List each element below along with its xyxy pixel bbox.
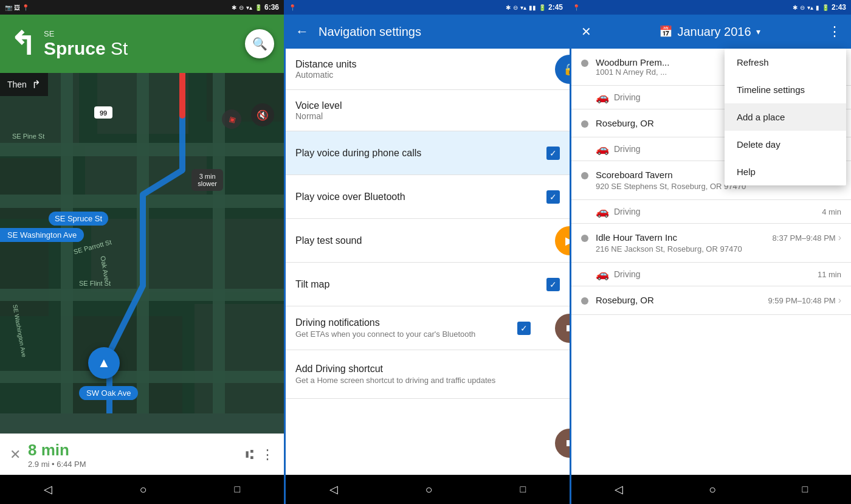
- settings-header: ← Navigation settings: [286, 15, 570, 49]
- settings-home-button[interactable]: ○: [426, 483, 433, 497]
- settings-bottom-nav: ◁ ○ □: [286, 475, 570, 504]
- eta-details: 2.9 mi • 6:44 PM: [28, 460, 238, 469]
- calendar-menu-button[interactable]: ⋮: [828, 24, 841, 40]
- driving-notifications-text: Driving notifications Get ETAs when you …: [295, 317, 517, 339]
- search-icon: 🔍: [252, 36, 267, 51]
- driving-duration-4: 11 min: [818, 270, 841, 279]
- roseburg2-name: Roseburg, OR: [596, 295, 654, 305]
- mute-button[interactable]: 🔇: [251, 103, 274, 126]
- settings-back-button[interactable]: ◁: [329, 483, 338, 496]
- map-svg: 99: [0, 73, 284, 413]
- maps-bottom-bar: ✕ 8 min 2.9 mi • 6:44 PM ⑆ ⋮: [0, 433, 284, 475]
- car-icon-4: 🚗: [596, 268, 609, 281]
- driving-notifications-checkbox[interactable]: ✓: [517, 322, 531, 335]
- settings-dnd-icon: ⊖: [513, 4, 518, 11]
- map-canvas: 99 Then ↱ 🔇 SE Spruce St SE Washington A…: [0, 73, 284, 433]
- settings-signal-icon: ▮▮: [529, 4, 536, 11]
- distance-units-avatar: 🔒: [555, 55, 570, 84]
- maps-panel: ↰ SE Spruce St 🔍: [0, 15, 284, 504]
- home-button[interactable]: ○: [140, 483, 147, 497]
- driving-label-1: Driving: [614, 92, 641, 102]
- settings-list: Distance units Automatic 🔒 Voice level N…: [286, 49, 570, 475]
- calendar-title-area: 📅 January 2016 ▾: [659, 25, 760, 39]
- tilt-map-item[interactable]: Tilt map ✓: [286, 263, 570, 306]
- timeline-dot-scoreboard: [581, 172, 588, 179]
- menu-item-help[interactable]: Help: [725, 158, 846, 185]
- svg-rect-6: [0, 231, 49, 316]
- location-arrow-icon: ▲: [97, 355, 111, 371]
- menu-item-delete-day[interactable]: Delete day: [725, 131, 846, 158]
- timeline-item-idlehour[interactable]: Idle Hour Tavern Inc 8:37 PM–9:48 PM › 2…: [571, 224, 851, 263]
- timeline-dot-roseburg2: [581, 297, 588, 305]
- more-options-button[interactable]: ⋮: [261, 447, 274, 463]
- calendar-icon: 📅: [659, 25, 672, 38]
- bt-icon: ✱: [232, 4, 236, 11]
- distance-units-label: Distance units: [295, 59, 357, 70]
- settings-time: 2:45: [548, 3, 563, 12]
- idlehour-name: Idle Hour Tavern Inc: [596, 232, 677, 243]
- roseburg2-chevron: ›: [838, 295, 841, 306]
- maps-bottom-nav: ◁ ○ □: [0, 475, 284, 504]
- pine-st-label: SE Pine St: [12, 133, 44, 140]
- play-voice-bluetooth-checkbox[interactable]: ✓: [546, 190, 560, 204]
- distance-units-item[interactable]: Distance units Automatic 🔒: [286, 49, 570, 90]
- voice-level-item[interactable]: Voice level Normal: [286, 90, 570, 131]
- maps-search-button[interactable]: 🔍: [245, 29, 274, 58]
- back-button[interactable]: ◁: [44, 483, 52, 496]
- calendar-dropdown-menu: Refresh Timeline settings Add a place De…: [725, 49, 846, 185]
- cal-bt-icon: ✱: [793, 4, 798, 11]
- street-prefix: SE: [44, 29, 128, 38]
- close-x-button[interactable]: ✕: [581, 24, 591, 39]
- scoreboard-name: Scoreboard Tavern: [596, 170, 672, 180]
- tilt-map-checkbox[interactable]: ✓: [546, 278, 560, 291]
- cal-time: 2:43: [832, 3, 846, 12]
- status-bar-settings: 📍 ✱ ⊖ ▾▴ ▮▮ 🔋 2:45: [284, 0, 568, 15]
- settings-loc-icon: 📍: [289, 4, 296, 11]
- menu-item-refresh[interactable]: Refresh: [725, 49, 846, 76]
- driving-label-2: Driving: [614, 144, 641, 154]
- route-options-icon[interactable]: ⑆: [246, 447, 253, 463]
- washington-label: SE Washington Ave: [0, 228, 84, 242]
- recent-button[interactable]: □: [234, 484, 240, 495]
- settings-wifi-icon: ▾▴: [520, 4, 526, 11]
- driving-notifications-label: Driving notifications: [295, 317, 510, 328]
- timeline-item-roseburg2[interactable]: Roseburg, OR 9:59 PM–10:48 PM ›: [571, 286, 851, 315]
- settings-recent-button[interactable]: □: [520, 484, 526, 495]
- close-nav-button[interactable]: ✕: [10, 447, 21, 463]
- play-voice-bluetooth-item[interactable]: Play voice over Bluetooth ✓: [286, 175, 570, 219]
- cal-back-button[interactable]: ◁: [615, 483, 623, 496]
- back-arrow-button[interactable]: ←: [295, 24, 309, 40]
- calendar-panel: ✕ 📅 January 2016 ▾ ⋮ Refresh Timeline se…: [571, 15, 851, 504]
- cal-home-button[interactable]: ○: [709, 483, 716, 497]
- driving-row-4: 🚗 Driving 11 min: [571, 263, 851, 286]
- timeline-content-idlehour: Idle Hour Tavern Inc 8:37 PM–9:48 PM › 2…: [596, 232, 841, 254]
- play-voice-phone-item[interactable]: Play voice during phone calls ✓: [286, 131, 570, 175]
- maps-status-icons: 📷 🖼 📍: [5, 4, 29, 11]
- add-driving-shortcut-item[interactable]: Add Driving shortcut Get a Home screen s…: [286, 350, 570, 399]
- compass-icon: ◈: [222, 109, 241, 129]
- calendar-bottom-nav: ◁ ○ □: [571, 475, 851, 504]
- play-test-sound-item[interactable]: Play test sound ▶: [286, 219, 570, 263]
- street-info: SE Spruce St: [44, 29, 128, 58]
- svg-rect-7: [91, 219, 284, 292]
- menu-item-add-place[interactable]: Add a place: [725, 103, 846, 131]
- cal-recent-button[interactable]: □: [802, 484, 808, 495]
- voice-level-label: Voice level: [295, 100, 342, 111]
- driving-notifications-item[interactable]: Driving notifications Get ETAs when you …: [286, 306, 570, 350]
- idlehour-address: 216 NE Jackson St, Roseburg, OR 97470: [596, 244, 841, 254]
- traffic-delay-badge: 3 minslower: [191, 169, 223, 191]
- distance-units-value: Automatic: [295, 70, 357, 80]
- car-icon-2: 🚗: [596, 142, 609, 156]
- play-voice-phone-checkbox[interactable]: ✓: [546, 147, 560, 160]
- distance-units-text: Distance units Automatic: [295, 59, 357, 80]
- voice-level-value: Normal: [295, 111, 342, 121]
- sw-oak-label: SW Oak Ave: [79, 386, 138, 400]
- add-driving-shortcut-label: Add Driving shortcut: [295, 364, 495, 375]
- add-driving-shortcut-text: Add Driving shortcut Get a Home screen s…: [295, 364, 495, 385]
- menu-item-timeline-settings[interactable]: Timeline settings: [725, 76, 846, 103]
- driving-label-3: Driving: [614, 207, 641, 216]
- shortcut-avatar: ⏹: [555, 429, 570, 458]
- timeline-dot-woodburn: [581, 60, 588, 67]
- car-icon-3: 🚗: [596, 205, 609, 218]
- svg-text:99: 99: [100, 109, 107, 117]
